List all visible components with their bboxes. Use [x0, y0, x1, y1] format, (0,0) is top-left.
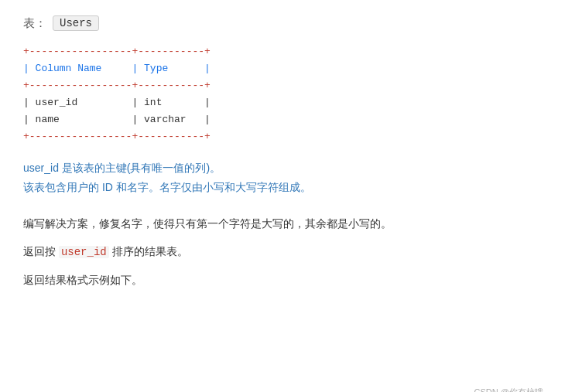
instruction-line2-prefix: 返回按 — [23, 245, 59, 257]
table-label-row: 表： Users — [23, 15, 559, 31]
instruction-line1: 编写解决方案，修复名字，使得只有第一个字符是大写的，其余都是小写的。 — [23, 213, 559, 234]
instruction-line2-suffix: 排序的结果表。 — [109, 245, 188, 257]
description-line2: 该表包含用户的 ID 和名字。名字仅由小写和大写字符组成。 — [23, 178, 559, 197]
instructions-block: 编写解决方案，修复名字，使得只有第一个字符是大写的，其余都是小写的。 返回按 u… — [23, 213, 559, 291]
table-label-text: 表： — [23, 16, 46, 31]
instruction-line2-code: user_id — [59, 246, 109, 258]
schema-row1: | user_id | int | — [23, 94, 559, 111]
description-block: user_id 是该表的主键(具有唯一值的列)。 该表包含用户的 ID 和名字。… — [23, 159, 559, 197]
schema-table: +-----------------+-----------+ | Column… — [23, 43, 559, 146]
schema-row2: | name | varchar | — [23, 111, 559, 128]
table-name-badge: Users — [53, 15, 99, 31]
description-line1: user_id 是该表的主键(具有唯一值的列)。 — [23, 159, 559, 178]
schema-border-top: +-----------------+-----------+ — [23, 43, 559, 60]
watermark: CSDN @你有柿哦 — [474, 387, 543, 392]
schema-border-mid: +-----------------+-----------+ — [23, 77, 559, 94]
instruction-line3: 返回结果格式示例如下。 — [23, 269, 559, 291]
schema-header: | Column Name | Type | — [23, 60, 559, 77]
schema-border-bottom: +-----------------+-----------+ — [23, 128, 559, 145]
page-wrapper: 表： Users +-----------------+-----------+… — [23, 15, 559, 392]
instruction-line2: 返回按 user_id 排序的结果表。 — [23, 240, 559, 263]
